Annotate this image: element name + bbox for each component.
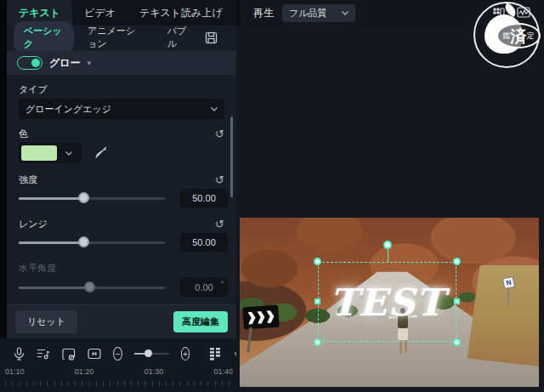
watermark: 鑑 済 定 [473, 2, 540, 68]
type-label: タイプ [19, 83, 48, 96]
color-label: 色 [19, 128, 28, 140]
eyedropper-icon [95, 146, 107, 158]
horizontal-angle-label: 水平角度 [19, 262, 56, 275]
rotation-stem [388, 248, 389, 262]
glow-type-value: グローイングエッジ [26, 103, 111, 116]
timeline-zoom-slider[interactable] [134, 349, 169, 359]
intensity-value-input[interactable] [180, 189, 228, 207]
range-value-field[interactable] [180, 233, 228, 252]
n-sign-pole [507, 288, 509, 307]
panel-footer: リセット 高度編集 [7, 304, 236, 338]
slider-thumb[interactable] [144, 349, 152, 357]
time-label: 01:40 [213, 367, 233, 379]
resize-handle-top-left[interactable] [314, 258, 321, 265]
stamp-char: 鑑 [503, 32, 511, 40]
advanced-edit-button[interactable]: 高度編集 [173, 311, 228, 332]
save-preset-button[interactable] [205, 31, 218, 44]
subtab-row: ベーシック アニメーション バブル [7, 26, 236, 49]
selection-box[interactable] [318, 262, 456, 342]
color-swatch[interactable] [21, 145, 57, 161]
slider-thumb [84, 281, 95, 293]
ruler-ticks [5, 381, 230, 388]
chevron-road-sign [242, 305, 280, 330]
panel-scrollbar[interactable] [230, 116, 233, 197]
playback-quality-select[interactable]: フル品質 [282, 4, 355, 22]
left-rail [0, 0, 7, 392]
timeline-section: − + ▾ 01:10 01:20 01:30 01:40 [0, 338, 238, 392]
certified-stamp: 鑑 済 定 [496, 23, 541, 48]
resize-handle-mid-right[interactable] [454, 298, 460, 304]
reset-button[interactable]: リセット [15, 310, 77, 333]
time-label: 01:10 [5, 367, 25, 379]
chevron-down-icon [65, 151, 72, 156]
video-preview[interactable]: N TEST [240, 218, 539, 387]
degree-unit: ° [220, 280, 224, 288]
slider-fill [19, 241, 83, 244]
glow-toggle[interactable] [17, 56, 42, 70]
resize-handle-top-right[interactable] [453, 258, 461, 265]
resize-handle-mid-left[interactable] [314, 298, 320, 304]
preview-area: N TEST [236, 26, 544, 392]
slider-thumb[interactable] [78, 192, 89, 203]
range-reset-icon[interactable]: ↺ [215, 219, 224, 230]
intensity-label: 強度 [19, 173, 37, 186]
eyedropper-button[interactable] [95, 146, 107, 158]
microphone-button[interactable] [14, 347, 25, 361]
rotation-handle[interactable] [383, 241, 392, 249]
chevron-down-icon [211, 107, 218, 111]
glow-label: グロー [49, 56, 81, 71]
subtab-animation[interactable]: アニメーション [77, 21, 154, 54]
track-manager-button[interactable] [208, 347, 222, 361]
toggle-knob [31, 59, 40, 67]
horizontal-angle-slider [19, 281, 165, 293]
stamp-char: 定 [527, 32, 535, 40]
horizontal-angle-value-field: ° [180, 278, 228, 297]
zoom-in-button[interactable]: + [181, 347, 190, 361]
app-window: テキスト ビデオ テキスト読み上げ ベーシック アニメーション バブル グロー [0, 0, 544, 392]
timeline-ruler[interactable]: 01:10 01:20 01:30 01:40 [0, 367, 238, 379]
color-reset-icon[interactable]: ↺ [215, 128, 224, 139]
music-playlist-button[interactable] [37, 348, 50, 360]
range-slider[interactable] [19, 236, 165, 248]
glow-settings: タイプ グローイングエッジ 色 ↺ [7, 75, 236, 304]
chevron-down-icon [342, 11, 348, 15]
stamp-char: 済 [511, 28, 527, 44]
intensity-slider[interactable] [19, 192, 165, 204]
color-swatch-dropdown[interactable] [19, 143, 82, 163]
slider-fill [19, 287, 89, 289]
time-label: 01:30 [144, 367, 164, 379]
slider-thumb[interactable] [78, 236, 89, 247]
screen-record-button[interactable] [62, 348, 76, 361]
text-effects-panel: テキスト ビデオ テキスト読み上げ ベーシック アニメーション バブル グロー [7, 0, 236, 338]
fit-timeline-button[interactable] [88, 348, 101, 360]
zoom-out-button[interactable]: − [113, 347, 122, 361]
subtab-basic[interactable]: ベーシック [14, 21, 74, 54]
intensity-value-field[interactable] [180, 189, 228, 207]
glow-toggle-row: グロー ▾ [7, 51, 236, 75]
floppy-save-icon [205, 31, 218, 44]
glow-caret-icon[interactable]: ▾ [88, 59, 92, 67]
play-label: 再生 [253, 6, 274, 20]
n-road-sign: N [502, 276, 515, 289]
timeline-toolbar: − + ▾ [0, 344, 238, 364]
intensity-reset-icon[interactable]: ↺ [215, 174, 224, 185]
range-value-input[interactable] [180, 233, 228, 252]
subtab-bubble[interactable]: バブル [157, 21, 201, 54]
resize-handle-bottom-right[interactable] [453, 338, 461, 346]
quality-value: フル品質 [289, 7, 327, 20]
time-label: 01:20 [75, 367, 94, 379]
range-label: レンジ [19, 218, 48, 230]
resize-handle-bottom-left[interactable] [314, 338, 321, 346]
slider-fill [19, 197, 83, 200]
glow-type-select[interactable]: グローイングエッジ [19, 99, 224, 119]
